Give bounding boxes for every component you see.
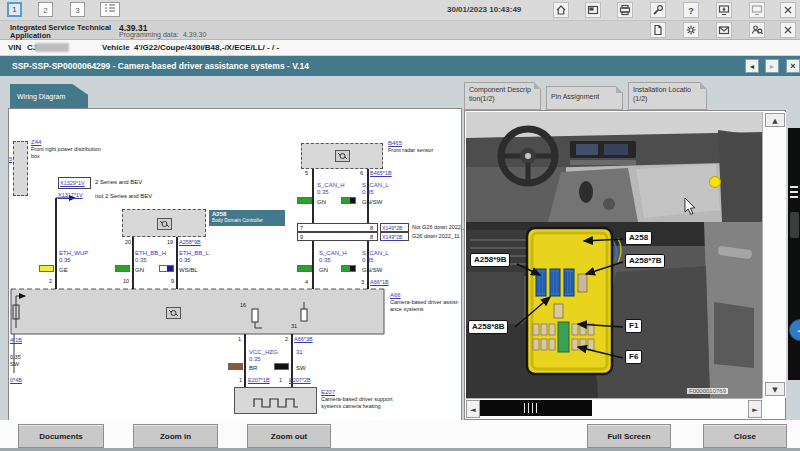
wire-s-can-h-color-2: GN xyxy=(319,267,328,274)
x1317-code-link[interactable]: X1317*1V xyxy=(58,192,83,199)
stub-connector-top-link[interactable]: 4*1B xyxy=(10,337,22,344)
vehicle-bar: VIN CJ Vehicle 4'/G22/Coupe/430i/B48,-/X… xyxy=(0,40,800,56)
wire-s-can-h-name-2: S_CAN_H xyxy=(319,250,347,257)
printer-icon[interactable] xyxy=(617,2,633,18)
wire-color-swatch-gn xyxy=(115,265,130,272)
side-thumbnail-strip[interactable] xyxy=(788,128,800,380)
workflow-list-icon[interactable] xyxy=(100,2,120,17)
x1329-note: 2 Series and BEV xyxy=(95,179,142,186)
tab-installation-location-line2: (1/2) xyxy=(633,95,702,104)
zoom-out-button[interactable]: Zoom out xyxy=(247,424,331,448)
wire-kl31-name: 31 xyxy=(296,349,303,356)
tab-wiring-diagram[interactable]: Wiring Diagram xyxy=(10,84,88,108)
wire-s-can-l-color-2: GN/SW xyxy=(362,267,382,274)
report-icon[interactable] xyxy=(650,22,666,38)
tab-component-description[interactable]: Component Descrip tion(1/2) xyxy=(464,82,541,110)
close-session-icon[interactable] xyxy=(780,22,796,38)
camera-icon xyxy=(166,307,181,319)
datetime: 30/01/2023 10:43:49 xyxy=(447,5,521,14)
wire-s-can-h-gauge: 0.35 xyxy=(317,189,329,196)
back-icon[interactable]: ◄ xyxy=(745,59,759,73)
x1329-connector-box[interactable]: X1329*1V xyxy=(58,177,91,189)
scroll-up-icon[interactable]: ▲ xyxy=(765,113,785,127)
tab-pin-assignment-label: Pin Assignment xyxy=(551,93,618,102)
a66-code-link[interactable]: A66 xyxy=(390,292,401,299)
gear-icon[interactable] xyxy=(683,22,699,38)
user-search-icon[interactable] xyxy=(749,22,765,38)
z44-code-link[interactable]: Z44 xyxy=(31,139,41,146)
close-button[interactable]: Close xyxy=(703,424,787,448)
scroll-right-icon[interactable]: ► xyxy=(748,400,762,418)
tab-pin-assignment[interactable]: Pin Assignment xyxy=(546,86,623,110)
workflow-tab-2[interactable]: 2 xyxy=(38,2,53,17)
help-icon[interactable]: ? xyxy=(683,2,699,18)
wire-color-swatch-sw xyxy=(274,363,289,370)
e207-code-link[interactable]: E207 xyxy=(321,389,335,396)
wire-color-swatch-br xyxy=(228,363,243,370)
wire-color-swatch-gnsw xyxy=(341,197,356,204)
x149-row2-pin-left: 9 xyxy=(300,234,303,240)
programming-data-label: Programming data: xyxy=(119,31,179,38)
programming-data-version: 4.39.30 xyxy=(183,31,206,38)
x149-row2-note: G26 down 2022_11 xyxy=(412,233,460,240)
a258-connector-link[interactable]: A258*9B xyxy=(179,239,201,246)
envelope-icon[interactable] xyxy=(716,22,732,38)
monitor-download-icon[interactable] xyxy=(716,2,732,18)
z44-desc-line2: box xyxy=(31,153,40,160)
documents-button[interactable]: Documents xyxy=(18,424,104,448)
a258-highlight-label: A258 Body Domain Controller xyxy=(209,210,285,226)
image-watermark: F0000010769 xyxy=(687,388,728,394)
wire-eth-bb-h-gauge: 0.35 xyxy=(135,257,147,264)
b465-code-link[interactable]: B465 xyxy=(388,140,402,147)
wire-color-swatch-gn xyxy=(297,265,312,272)
a66-can-connector-link[interactable]: A66*1B xyxy=(370,279,389,286)
scrollbar-thumb[interactable] xyxy=(480,400,592,416)
stub-connector-bottom-link[interactable]: 0*4B xyxy=(10,377,22,384)
a66-pin-31: 31 xyxy=(291,323,297,329)
z44-component-box[interactable] xyxy=(13,141,28,196)
e207-component-box[interactable] xyxy=(234,387,317,414)
forward-icon[interactable]: ► xyxy=(765,59,779,73)
wrench-icon[interactable] xyxy=(650,2,666,18)
close-document-icon[interactable]: × xyxy=(786,59,800,73)
full-screen-button[interactable]: Full Screen xyxy=(587,424,671,448)
zoom-in-button[interactable]: Zoom in xyxy=(133,424,218,448)
scroll-down-icon[interactable]: ▼ xyxy=(765,382,785,396)
wire-s-can-l-gauge: 0.35 xyxy=(362,189,374,196)
wire-vcc-hzg-gauge: 0.35 xyxy=(249,356,261,363)
monitor-icon[interactable] xyxy=(749,2,765,18)
installation-location-photo[interactable]: A258 A258*9B A258*7B A258*8B F1 F6 F0000… xyxy=(466,112,762,398)
x1329-code-link[interactable]: X1329*1V xyxy=(60,180,85,187)
workflow-tab-1[interactable]: 1 xyxy=(7,2,22,17)
a258-pin-19: 19 xyxy=(167,239,173,245)
a258-component-box[interactable] xyxy=(122,209,206,237)
wire-color-swatch-gn xyxy=(297,197,312,204)
heater-symbol xyxy=(253,394,299,410)
x149-row2-connector-box[interactable]: X149*2B xyxy=(380,232,409,241)
close-window-icon[interactable] xyxy=(780,2,796,18)
b465-connector-link[interactable]: B465*1B xyxy=(370,170,392,177)
tab-installation-location[interactable]: Installation Locatio (1/2) xyxy=(628,82,707,110)
app-window-icon[interactable] xyxy=(585,2,601,18)
dashboard-overview-photo xyxy=(466,112,762,222)
x149-row1-connector-box[interactable]: X149*2B xyxy=(380,223,409,232)
vertical-scrollbar[interactable]: ▲ ▼ xyxy=(762,112,786,398)
x149-row2-connector-link[interactable]: X149*2B xyxy=(382,234,402,241)
home-icon[interactable] xyxy=(553,2,569,18)
b465-pin-5: 5 xyxy=(305,170,308,176)
wire-vcc-hzg-color: BR xyxy=(249,365,257,372)
app-title-line2: Application xyxy=(10,31,51,40)
thumbnail-placeholder xyxy=(790,212,799,238)
x149-row1-connector-link[interactable]: X149*2B xyxy=(382,225,402,232)
callout-label-a258-7b: A258*7B xyxy=(625,254,665,268)
e207-connector1-link[interactable]: E207*1B xyxy=(248,377,270,384)
wire-s-can-h-name: S_CAN_H xyxy=(317,182,345,189)
b465-component-box[interactable] xyxy=(301,143,383,169)
e207-connector2-link[interactable]: E207*2B xyxy=(289,377,311,384)
scroll-left-icon[interactable]: ◄ xyxy=(466,400,480,418)
location-marker-dot xyxy=(710,177,721,188)
wire-color-swatch-wsbl xyxy=(159,265,174,272)
wiring-diagram-panel[interactable]: 5 Z44 Front right power distribution box… xyxy=(8,108,462,422)
workflow-tab-3[interactable]: 3 xyxy=(70,2,85,17)
a66-heat-connector-link[interactable]: A66*3B xyxy=(294,336,313,343)
